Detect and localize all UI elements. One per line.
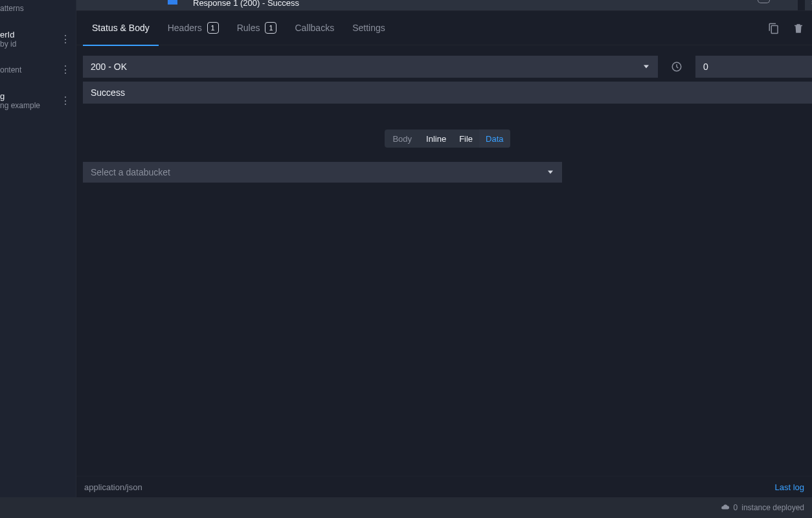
delete-icon[interactable] xyxy=(791,21,806,36)
response-tabbar: Status & Body Headers 1 Rules 1 Callback… xyxy=(76,10,812,45)
tab-settings[interactable]: Settings xyxy=(343,10,394,45)
sidebar-item-example[interactable]: g ng example ⋮ xyxy=(0,87,76,114)
response-name-input[interactable]: Success xyxy=(83,82,812,104)
body-mode-segmented: Body Inline File Data xyxy=(385,130,510,148)
response-name-value: Success xyxy=(91,87,125,98)
databucket-placeholder: Select a databucket xyxy=(91,167,170,177)
tab-headers[interactable]: Headers 1 xyxy=(159,10,228,45)
tab-label: Callbacks xyxy=(295,23,334,33)
more-icon[interactable]: ⋮ xyxy=(60,96,71,106)
body-mode-row: Body Inline File Data xyxy=(83,130,812,148)
sidebar: atterns erId by id ⋮ ontent ⋮ g ng examp… xyxy=(0,0,76,497)
more-icon[interactable]: ⋮ xyxy=(60,34,71,45)
content-footer: application/json Last log xyxy=(76,476,812,497)
chevron-down-icon xyxy=(548,171,553,174)
delay-icon xyxy=(666,56,688,78)
response-flag-icon[interactable] xyxy=(168,0,177,5)
sidebar-item-subtitle: atterns xyxy=(0,4,76,13)
last-log-link[interactable]: Last log xyxy=(774,482,804,492)
status-code-select[interactable]: 200 - OK xyxy=(83,56,658,78)
sidebar-item-content[interactable]: ontent ⋮ xyxy=(0,62,76,78)
tab-label: Headers xyxy=(168,23,202,33)
response-title: Response 1 (200) - Success xyxy=(193,0,299,8)
more-icon[interactable]: ⋮ xyxy=(60,65,71,75)
tab-status-body[interactable]: Status & Body xyxy=(83,10,159,45)
content-type-label: application/json xyxy=(84,482,142,492)
delay-value: 0 xyxy=(703,62,708,72)
databucket-select[interactable]: Select a databucket xyxy=(83,162,562,183)
tab-label: Rules xyxy=(237,23,260,33)
tab-badge: 1 xyxy=(265,22,276,34)
response-header-strip: Response 1 (200) - Success xyxy=(76,0,812,10)
cloud-icon xyxy=(721,502,730,513)
sidebar-item-patterns[interactable]: atterns xyxy=(0,0,76,17)
status-code-label: 200 - OK xyxy=(91,62,127,72)
chevron-down-icon xyxy=(644,65,649,69)
tab-callbacks[interactable]: Callbacks xyxy=(286,10,343,45)
delay-input[interactable]: 0 xyxy=(695,56,812,78)
deploy-status[interactable]: 0 instance deployed xyxy=(721,502,804,513)
response-menu-icon[interactable] xyxy=(758,0,770,3)
tab-badge: 1 xyxy=(207,22,219,34)
body-mode-inline[interactable]: Inline xyxy=(420,130,453,148)
body-mode-data[interactable]: Data xyxy=(479,130,510,148)
status-row: 200 - OK 0 xyxy=(83,56,812,78)
body-mode-file[interactable]: File xyxy=(453,130,479,148)
tab-label: Status & Body xyxy=(92,23,150,33)
status-bar: 0 instance deployed xyxy=(0,497,812,518)
sidebar-item-userid[interactable]: erId by id ⋮ xyxy=(0,26,76,52)
duplicate-icon[interactable] xyxy=(767,21,781,36)
tab-rules[interactable]: Rules 1 xyxy=(228,10,286,45)
tab-label: Settings xyxy=(352,23,385,33)
body-mode-label: Body xyxy=(385,130,420,148)
deploy-count: 0 xyxy=(734,503,738,512)
deploy-text: instance deployed xyxy=(741,503,804,512)
shuffle-icon[interactable] xyxy=(806,0,812,5)
